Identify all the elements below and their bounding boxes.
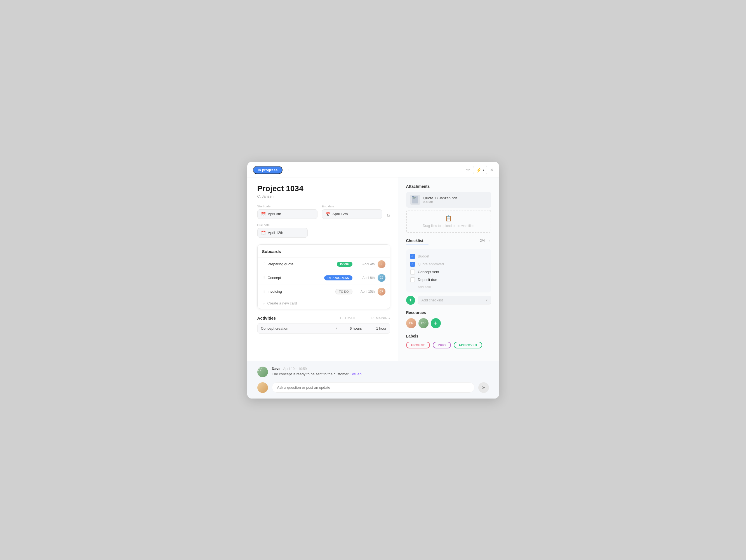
- list-item[interactable]: Concept creation ▾ 6 hours 1 hour: [257, 323, 390, 334]
- comment-header: Dave April 10th 10:59: [272, 367, 489, 371]
- calendar-icon-start: 📅: [261, 212, 266, 216]
- checklist-item-label: Deposit due: [418, 278, 437, 282]
- labels-title: Labels: [406, 334, 491, 338]
- star-button[interactable]: ☆: [466, 167, 470, 173]
- top-bar: In progress → ☆ ⚡ ▾ ×: [247, 162, 499, 177]
- avatar: CF: [406, 318, 416, 328]
- lightning-button[interactable]: ⚡ ▾: [473, 166, 487, 174]
- attachments-section: Attachments Quote_C.Janzen.pdf 8.8 MB: [406, 184, 491, 233]
- subcard-date: April 10th: [355, 290, 375, 293]
- add-checklist-item-button[interactable]: Add item: [410, 284, 487, 289]
- create-card-arrow-icon: ↳: [262, 301, 265, 305]
- create-new-card-button[interactable]: ↳ Create a new card: [258, 298, 390, 306]
- refresh-button[interactable]: ↻: [386, 213, 390, 218]
- status-arrow-button[interactable]: →: [285, 167, 290, 173]
- modal-body: Project 1034 C. Janzen Start date 📅 Apri…: [247, 177, 499, 361]
- avatar: U: [257, 382, 268, 393]
- comments-section: DV Dave April 10th 10:59 The concept is …: [247, 361, 499, 398]
- activities-columns: ESTIMATE REMAINING: [334, 316, 390, 319]
- end-date-field: End date 📅 April 12th: [322, 204, 382, 219]
- checkbox-concept-sent[interactable]: [410, 270, 415, 275]
- comment-time: April 10th 10:59: [283, 367, 307, 371]
- list-item[interactable]: Concept sent: [410, 268, 487, 276]
- due-date-value: April 12th: [268, 231, 283, 235]
- end-date-input[interactable]: 📅 April 12th: [322, 209, 382, 219]
- start-date-value: April 3th: [268, 212, 281, 216]
- drag-handle-icon: ⠿: [262, 262, 265, 267]
- project-title: Project 1034: [257, 184, 390, 193]
- top-bar-left: In progress →: [253, 166, 291, 174]
- comment-text: The concept is ready to be sent to the c…: [272, 372, 489, 376]
- add-resource-button[interactable]: +: [431, 318, 441, 328]
- list-item[interactable]: Deposit due: [410, 276, 487, 284]
- subcard-badge-inprogress: IN PROGRESS: [324, 275, 352, 280]
- svg-rect-2: [412, 198, 415, 199]
- add-checklist-plus-button[interactable]: +: [406, 296, 415, 305]
- upload-area[interactable]: 📋 Drag files to upload or browse files: [406, 210, 491, 233]
- upload-label: Drag files to upload or browse files: [423, 224, 474, 228]
- calendar-icon-due: 📅: [261, 231, 266, 235]
- start-date-label: Start date: [257, 204, 317, 208]
- table-row[interactable]: ⠿ Preparing quote DONE April 4th CF: [258, 257, 390, 271]
- comment-mention-link[interactable]: Evelien: [350, 372, 362, 376]
- drag-handle-icon: ⠿: [262, 276, 265, 280]
- labels-row: URGENT PRIO APPROVED: [406, 342, 491, 348]
- resources-avatars: CF DV +: [406, 318, 491, 328]
- avatar: DV: [257, 367, 268, 377]
- estimate-col-header: ESTIMATE: [334, 316, 356, 319]
- checklist-progress: 2/4: [480, 239, 485, 243]
- status-badge[interactable]: In progress: [253, 166, 283, 174]
- due-date-label: Due date: [257, 223, 308, 227]
- checklist-item-label: Budget: [418, 254, 429, 258]
- list-item[interactable]: ✓ Quote approved: [410, 260, 487, 268]
- checklist-arrow-icon: →: [487, 239, 491, 243]
- avatar: CF: [378, 288, 385, 296]
- drag-handle-icon: ⠿: [262, 289, 265, 294]
- checklist-item-label: Concept sent: [418, 270, 439, 274]
- checklist-title-row: Checklist: [406, 239, 424, 243]
- add-checklist-row: + Add checklist ▾: [406, 296, 491, 305]
- avatar: DV: [419, 318, 429, 328]
- start-date-input[interactable]: 📅 April 3th: [257, 209, 317, 219]
- attachments-title: Attachments: [406, 184, 491, 189]
- list-item[interactable]: Quote_C.Janzen.pdf 8.8 MB: [406, 192, 491, 208]
- activities-title: Activities: [257, 316, 276, 320]
- attachment-name: Quote_C.Janzen.pdf: [424, 196, 487, 200]
- checklist-header: Checklist 2/4 →: [406, 239, 491, 243]
- dropdown-arrow-icon: ▾: [486, 298, 488, 302]
- attachment-info: Quote_C.Janzen.pdf 8.8 MB: [424, 196, 487, 203]
- subcard-badge-todo: TO DO: [335, 289, 352, 295]
- label-approved[interactable]: APPROVED: [454, 342, 482, 348]
- end-date-value: April 12th: [333, 212, 348, 216]
- activity-name-select[interactable]: Concept creation ▾: [261, 326, 337, 331]
- top-bar-right: ☆ ⚡ ▾ ×: [466, 166, 493, 174]
- pdf-icon: [410, 195, 420, 205]
- comment-body: Dave April 10th 10:59 The concept is rea…: [272, 367, 489, 376]
- svg-rect-1: [412, 197, 416, 198]
- comment-input[interactable]: [272, 382, 475, 393]
- lightning-icon: ⚡: [476, 167, 482, 173]
- lightning-dropdown-arrow: ▾: [483, 168, 484, 172]
- checkbox-budget[interactable]: ✓: [410, 254, 415, 259]
- add-checklist-input[interactable]: Add checklist ▾: [418, 296, 491, 305]
- label-urgent[interactable]: URGENT: [406, 342, 430, 348]
- comment-author: Dave: [272, 367, 281, 371]
- checkbox-quote-approved[interactable]: ✓: [410, 262, 415, 267]
- send-button[interactable]: ➤: [478, 382, 489, 393]
- avatar: CJ: [378, 274, 385, 282]
- list-item[interactable]: ✓ Budget: [410, 252, 487, 260]
- due-date-input[interactable]: 📅 April 12th: [257, 228, 308, 237]
- start-date-field: Start date 📅 April 3th: [257, 204, 317, 219]
- checkbox-deposit-due[interactable]: [410, 277, 415, 282]
- upload-icon: 📋: [445, 215, 452, 222]
- activities-header: Activities ESTIMATE REMAINING: [257, 316, 390, 320]
- table-row[interactable]: ⠿ Concept IN PROGRESS April 8th CJ: [258, 271, 390, 285]
- close-button[interactable]: ×: [490, 167, 493, 173]
- svg-rect-3: [412, 196, 414, 197]
- subcard-badge-done: DONE: [337, 262, 352, 267]
- label-prio[interactable]: PRIO: [433, 342, 451, 348]
- modal: In progress → ☆ ⚡ ▾ × Project 1034 C. Ja…: [247, 162, 499, 398]
- subcards-title: Subcards: [258, 249, 390, 257]
- table-row[interactable]: ⠿ Invoicing TO DO April 10th CF: [258, 285, 390, 298]
- activity-remaining: 1 hour: [364, 326, 386, 331]
